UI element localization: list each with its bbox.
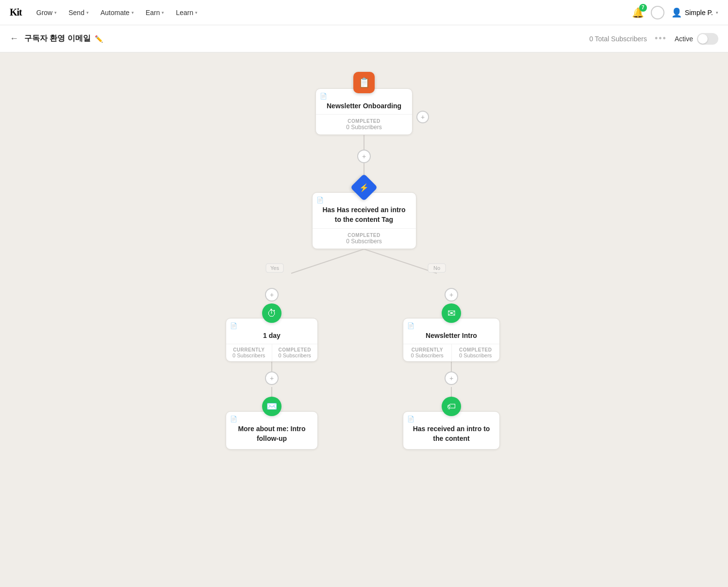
day-edit-icon: 📄 bbox=[230, 322, 237, 329]
newsletter-intro-edit-icon: 📄 bbox=[407, 322, 414, 329]
nav-item-grow[interactable]: Grow ▾ bbox=[32, 6, 62, 19]
left-plus-2[interactable]: + bbox=[265, 371, 279, 385]
flow-canvas: 📋 📄 Newsletter Onboarding COMPLETED 0 Su… bbox=[0, 52, 728, 587]
right-plus-1[interactable]: + bbox=[445, 288, 458, 302]
more-options-button[interactable]: ••• bbox=[655, 34, 667, 44]
day-completed-col: COMPLETED 0 Subscribers bbox=[272, 344, 318, 361]
day-title: 1 day bbox=[263, 332, 281, 339]
condition-count: 0 Subscribers bbox=[316, 238, 412, 245]
onboarding-meta: COMPLETED 0 Subscribers bbox=[316, 114, 412, 134]
newsletter-intro-meta: CURRENTLY 0 Subscribers COMPLETED 0 Subs… bbox=[403, 344, 499, 361]
nav-item-learn[interactable]: Learn ▾ bbox=[171, 6, 202, 19]
has-received-icon: 🏷 bbox=[442, 397, 461, 416]
total-subscribers: 0 Total Subscribers bbox=[589, 35, 647, 43]
automate-label: Automate bbox=[100, 9, 130, 17]
onboarding-status: COMPLETED bbox=[320, 118, 408, 124]
day-currently-label: CURRENTLY bbox=[228, 347, 270, 352]
newsletter-currently-count: 0 Subscribers bbox=[405, 352, 449, 358]
more-about-icon: ✉️ bbox=[262, 397, 281, 416]
send-chevron: ▾ bbox=[86, 10, 89, 15]
svg-text:No: No bbox=[433, 265, 440, 271]
earn-chevron: ▾ bbox=[162, 10, 164, 15]
notification-badge: 7 bbox=[639, 4, 647, 12]
onboarding-plus-right[interactable]: + bbox=[416, 111, 429, 123]
left-connector-3 bbox=[271, 387, 272, 397]
user-avatar-icon: 👤 bbox=[671, 7, 682, 18]
toggle-knob bbox=[698, 34, 708, 44]
newsletter-intro-title: Newsletter Intro bbox=[426, 332, 477, 339]
day-completed-label: COMPLETED bbox=[274, 347, 316, 352]
more-about-card[interactable]: 📄 More about me: Intro follow-up bbox=[226, 411, 318, 450]
newsletter-completed-label: COMPLETED bbox=[454, 347, 498, 352]
newsletter-completed-count: 0 Subscribers bbox=[454, 352, 498, 358]
has-received-body: Has received an intro to the content bbox=[403, 417, 499, 449]
svg-line-1 bbox=[364, 249, 437, 273]
day-meta: CURRENTLY 0 Subscribers COMPLETED 0 Subs… bbox=[226, 344, 317, 361]
send-label: Send bbox=[68, 9, 84, 17]
grow-chevron: ▾ bbox=[54, 10, 57, 15]
svg-line-0 bbox=[291, 249, 364, 273]
user-menu[interactable]: 👤 Simple P. ▾ bbox=[671, 7, 718, 18]
condition-node-wrapper: ⚡ 📄 Has Has received an intro to the con… bbox=[312, 178, 416, 249]
toggle-switch[interactable] bbox=[697, 33, 718, 45]
nav-item-send[interactable]: Send ▾ bbox=[64, 6, 94, 19]
onboarding-node-wrapper: 📋 📄 Newsletter Onboarding COMPLETED 0 Su… bbox=[315, 72, 413, 135]
branch-lines-svg: Yes No bbox=[214, 249, 514, 288]
onboarding-icon: 📋 bbox=[353, 72, 375, 93]
has-received-edit-icon: 📄 bbox=[407, 416, 414, 422]
logo[interactable]: Kit bbox=[10, 7, 22, 18]
onboarding-title: Newsletter Onboarding bbox=[327, 102, 401, 110]
right-plus-2[interactable]: + bbox=[445, 371, 458, 385]
subheader: ← 구독자 환영 이메일 ✏️ 0 Total Subscribers ••• … bbox=[0, 25, 728, 52]
flow-container: 📋 📄 Newsletter Onboarding COMPLETED 0 Su… bbox=[0, 52, 728, 450]
day-currently-count: 0 Subscribers bbox=[228, 352, 270, 358]
nav-item-earn[interactable]: Earn ▾ bbox=[141, 6, 169, 19]
active-label: Active bbox=[675, 35, 693, 43]
right-connector-2 bbox=[451, 362, 452, 371]
day-icon: ⏱ bbox=[262, 303, 281, 323]
left-connector-2 bbox=[271, 362, 272, 371]
nav-item-automate[interactable]: Automate ▾ bbox=[96, 6, 139, 19]
has-received-title: Has received an intro to the content bbox=[413, 425, 490, 442]
condition-edit-icon: 📄 bbox=[316, 197, 324, 203]
left-branch: + ⏱ 📄 1 day CURRENTLY 0 Subscribers bbox=[223, 288, 320, 450]
condition-meta: COMPLETED 0 Subscribers bbox=[313, 228, 416, 249]
user-name: Simple P. bbox=[685, 9, 713, 17]
condition-body: Has Has received an intro to the content… bbox=[313, 198, 416, 228]
nav-right: 🔔 7 👤 Simple P. ▾ bbox=[632, 6, 718, 19]
notification-bell[interactable]: 🔔 7 bbox=[632, 7, 644, 18]
newsletter-currently-col: CURRENTLY 0 Subscribers bbox=[403, 344, 452, 361]
edit-icon[interactable]: ✏️ bbox=[95, 35, 103, 43]
newsletter-intro-body: Newsletter Intro bbox=[403, 323, 499, 344]
user-chevron: ▾ bbox=[716, 10, 718, 15]
back-button[interactable]: ← bbox=[10, 34, 18, 44]
connector-1 bbox=[364, 135, 364, 150]
newsletter-intro-card[interactable]: 📄 Newsletter Intro CURRENTLY 0 Subscribe… bbox=[403, 318, 500, 362]
automate-chevron: ▾ bbox=[132, 10, 134, 15]
more-about-body: More about me: Intro follow-up bbox=[226, 417, 317, 449]
condition-card[interactable]: 📄 Has Has received an intro to the conte… bbox=[312, 192, 416, 249]
svg-text:Yes: Yes bbox=[270, 265, 279, 271]
subheader-right: 0 Total Subscribers ••• Active bbox=[589, 33, 718, 45]
onboarding-edit-icon: 📄 bbox=[320, 93, 327, 100]
has-received-card[interactable]: 📄 Has received an intro to the content bbox=[403, 411, 500, 450]
newsletter-intro-icon: ✉ bbox=[442, 303, 461, 323]
grow-label: Grow bbox=[36, 9, 52, 17]
newsletter-completed-col: COMPLETED 0 Subscribers bbox=[452, 344, 500, 361]
right-branch: + ✉ 📄 Newsletter Intro CURRENTLY 0 Subsc… bbox=[398, 288, 505, 450]
plus-1[interactable]: + bbox=[357, 150, 371, 163]
status-circle[interactable] bbox=[651, 6, 664, 19]
day-body: 1 day bbox=[226, 323, 317, 344]
day-currently-col: CURRENTLY 0 Subscribers bbox=[226, 344, 272, 361]
onboarding-count: 0 Subscribers bbox=[320, 124, 408, 131]
more-about-title: More about me: Intro follow-up bbox=[238, 425, 305, 442]
onboarding-body: Newsletter Onboarding bbox=[316, 94, 412, 114]
page-title: 구독자 환영 이메일 bbox=[24, 34, 91, 44]
right-connector-3 bbox=[451, 387, 452, 397]
learn-label: Learn bbox=[176, 9, 193, 17]
condition-title: Has Has received an intro to the content… bbox=[322, 206, 405, 223]
left-plus-1[interactable]: + bbox=[265, 288, 279, 302]
active-toggle-container: Active bbox=[675, 33, 718, 45]
day-card[interactable]: 📄 1 day CURRENTLY 0 Subscribers COMPLETE… bbox=[226, 318, 318, 362]
onboarding-card[interactable]: 📄 Newsletter Onboarding COMPLETED 0 Subs… bbox=[315, 88, 413, 135]
